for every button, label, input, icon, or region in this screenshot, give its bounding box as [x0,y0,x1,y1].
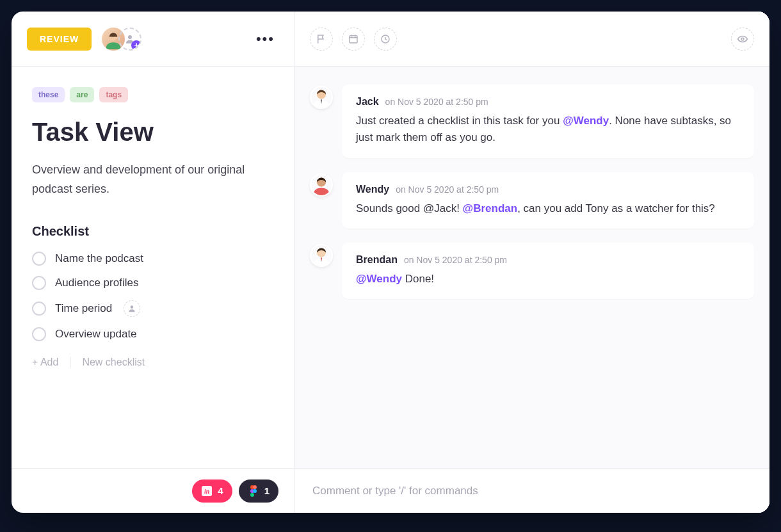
checklist: Name the podcastAudience profilesTime pe… [32,252,273,341]
more-menu-button[interactable]: ••• [252,27,278,51]
tag-list: thesearetags [32,87,273,102]
svg-point-9 [250,493,254,497]
comment-timestamp: on Nov 5 2020 at 2:50 pm [385,97,488,107]
invision-icon: in [201,485,213,497]
checklist-actions: + Add New checklist [32,357,273,368]
svg-point-2 [131,306,134,309]
add-item-button[interactable]: + Add [32,357,58,368]
mention[interactable]: @Wendy [356,273,402,285]
assignee-group: + [102,28,141,51]
time-estimate-button[interactable] [374,28,397,51]
plus-icon: + [131,40,141,51]
add-assignee-button[interactable]: + [118,28,141,51]
checklist-item: Audience profiles [32,276,273,290]
task-title[interactable]: Task View [32,118,273,147]
comment-text: Just created a checklist in this task fo… [356,115,563,127]
comment-avatar[interactable] [310,244,333,267]
left-body: thesearetags Task View Overview and deve… [12,67,294,468]
comment-bubble: Wendyon Nov 5 2020 at 2:50 pmSounds good… [342,172,754,229]
comment-body: @Wendy Done! [356,271,740,287]
figma-icon [248,485,259,497]
task-card: REVIEW + ••• t [12,12,769,513]
checklist-item: Overview update [32,327,273,341]
tag[interactable]: these [32,87,65,102]
divider [70,357,70,368]
comment-thread: Jackon Nov 5 2020 at 2:50 pmJust created… [294,67,769,468]
left-panel: REVIEW + ••• t [12,12,294,513]
checklist-heading: Checklist [32,224,273,239]
comment-row: Brendanon Nov 5 2020 at 2:50 pm@Wendy Do… [310,243,754,299]
comment-row: Jackon Nov 5 2020 at 2:50 pmJust created… [310,85,754,158]
comment-avatar[interactable] [310,86,333,109]
calendar-icon [348,33,359,45]
invision-count: 4 [218,485,223,496]
tag[interactable]: are [70,87,94,102]
svg-text:in: in [204,487,209,494]
comment-bubble: Jackon Nov 5 2020 at 2:50 pmJust created… [342,85,754,158]
checklist-item-label[interactable]: Time period [55,302,112,315]
figma-count: 1 [264,485,270,496]
checkbox[interactable] [32,327,46,341]
left-footer: in 4 1 [12,468,294,513]
checklist-item-label[interactable]: Audience profiles [55,277,138,289]
comment-text: Done! [402,273,434,285]
tag[interactable]: tags [99,87,128,102]
svg-rect-10 [350,35,357,42]
clock-icon [380,33,391,45]
svg-point-8 [253,489,257,493]
checklist-item: Time period [32,300,273,317]
checkbox[interactable] [32,276,46,290]
watchers-button[interactable] [731,28,754,51]
comment-bubble: Brendanon Nov 5 2020 at 2:50 pm@Wendy Do… [342,243,754,299]
right-footer [294,468,769,513]
svg-point-1 [128,35,132,39]
comment-input[interactable] [312,485,752,497]
mention[interactable]: @Brendan [463,202,518,214]
comment-avatar[interactable] [310,173,333,197]
priority-flag-button[interactable] [310,28,333,51]
user-icon [127,304,136,313]
new-checklist-button[interactable]: New checklist [82,357,145,368]
comment-text: , can you add Tony as a watcher for this… [517,202,715,214]
right-header [294,12,769,67]
assign-item-button[interactable] [124,300,140,317]
comment-row: Wendyon Nov 5 2020 at 2:50 pmSounds good… [310,172,754,229]
flag-icon [316,33,327,45]
status-pill[interactable]: REVIEW [27,28,92,51]
checklist-item: Name the podcast [32,252,273,266]
mention[interactable]: @Wendy [563,115,609,127]
figma-chip[interactable]: 1 [239,480,278,503]
checkbox[interactable] [32,302,46,316]
comment-body: Sounds good @Jack! @Brendan, can you add… [356,200,740,217]
task-description[interactable]: Overview and development of our original… [32,161,273,198]
comment-timestamp: on Nov 5 2020 at 2:50 pm [404,255,507,265]
invision-chip[interactable]: in 4 [192,480,232,503]
svg-point-12 [741,38,744,40]
left-header: REVIEW + ••• [12,12,294,67]
svg-point-6 [253,485,257,489]
comment-timestamp: on Nov 5 2020 at 2:50 pm [396,184,499,195]
right-panel: Jackon Nov 5 2020 at 2:50 pmJust created… [294,12,769,513]
due-date-button[interactable] [342,28,365,51]
eye-icon [737,33,748,45]
comment-text: Sounds good @Jack! [356,202,463,214]
checklist-item-label[interactable]: Overview update [55,328,137,341]
checklist-item-label[interactable]: Name the podcast [55,252,143,265]
comment-author: Brendan [356,254,398,266]
comment-author: Wendy [356,184,389,195]
comment-body: Just created a checklist in this task fo… [356,113,740,147]
checkbox[interactable] [32,252,46,266]
comment-author: Jack [356,96,379,108]
